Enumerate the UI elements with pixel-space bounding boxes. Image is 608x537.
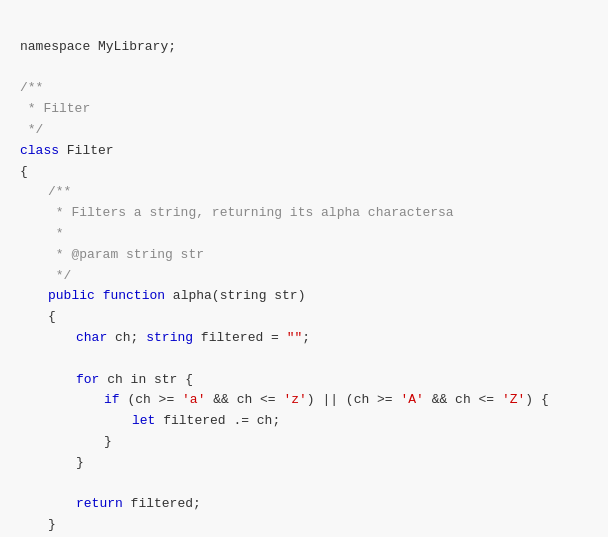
code-token: ch; xyxy=(107,330,146,345)
code-token: alpha(string str) xyxy=(165,288,305,303)
code-token: 'Z' xyxy=(502,392,525,407)
code-line: public function alpha(string str) xyxy=(20,286,588,307)
code-token: filtered .= ch; xyxy=(155,413,280,428)
code-token: filtered = xyxy=(193,330,287,345)
code-token: */ xyxy=(48,268,71,283)
code-line: /** xyxy=(20,78,588,99)
code-token: { xyxy=(20,164,28,179)
code-token: * xyxy=(48,226,64,241)
code-token: return xyxy=(76,496,123,511)
code-token: } xyxy=(104,434,112,449)
code-token xyxy=(95,288,103,303)
code-line xyxy=(20,349,588,370)
code-line: * @param string str xyxy=(20,245,588,266)
code-line: { xyxy=(20,307,588,328)
code-token: namespace MyLibrary; xyxy=(20,39,176,54)
code-token: if xyxy=(104,392,120,407)
code-line: */ xyxy=(20,120,588,141)
code-line xyxy=(20,58,588,79)
code-token: string xyxy=(146,330,193,345)
code-editor: namespace MyLibrary; /** * Filter */clas… xyxy=(0,0,608,537)
code-token: Filter xyxy=(59,143,114,158)
code-token: } xyxy=(48,517,56,532)
code-token: for xyxy=(76,372,99,387)
code-token: } xyxy=(76,455,84,470)
code-line: if (ch >= 'a' && ch <= 'z') || (ch >= 'A… xyxy=(20,390,588,411)
code-line xyxy=(20,474,588,495)
code-token: /** xyxy=(48,184,71,199)
code-line: */ xyxy=(20,266,588,287)
code-line: char ch; string filtered = ""; xyxy=(20,328,588,349)
code-token: 'a' xyxy=(182,392,205,407)
code-token: * Filter xyxy=(20,101,90,116)
code-token: function xyxy=(103,288,165,303)
code-line: * Filters a string, returning its alpha … xyxy=(20,203,588,224)
code-token: ch in str { xyxy=(99,372,193,387)
code-token: ) || (ch >= xyxy=(307,392,401,407)
code-token: (ch >= xyxy=(120,392,182,407)
code-line: return filtered; xyxy=(20,494,588,515)
code-token: 'z' xyxy=(283,392,306,407)
code-token: filtered; xyxy=(123,496,201,511)
code-token: * @param string str xyxy=(48,247,204,262)
code-line: * Filter xyxy=(20,99,588,120)
code-line: let filtered .= ch; xyxy=(20,411,588,432)
code-token: */ xyxy=(20,122,43,137)
code-token: * Filters a string, returning its alpha … xyxy=(48,205,454,220)
code-line: } xyxy=(20,515,588,536)
code-token: class xyxy=(20,143,59,158)
code-line: * xyxy=(20,224,588,245)
code-token: public xyxy=(48,288,95,303)
code-line: class Filter xyxy=(20,141,588,162)
code-line: namespace MyLibrary; xyxy=(20,37,588,58)
code-line: for ch in str { xyxy=(20,370,588,391)
code-token: && ch <= xyxy=(424,392,502,407)
code-line: } xyxy=(20,432,588,453)
code-token: { xyxy=(48,309,56,324)
code-line: } xyxy=(20,453,588,474)
code-token: 'A' xyxy=(400,392,423,407)
code-token: ; xyxy=(302,330,310,345)
code-line: { xyxy=(20,162,588,183)
code-token: let xyxy=(132,413,155,428)
code-token: char xyxy=(76,330,107,345)
code-token: ) { xyxy=(525,392,548,407)
code-line: /** xyxy=(20,182,588,203)
code-token: /** xyxy=(20,80,43,95)
code-token: "" xyxy=(287,330,303,345)
code-token: && ch <= xyxy=(205,392,283,407)
